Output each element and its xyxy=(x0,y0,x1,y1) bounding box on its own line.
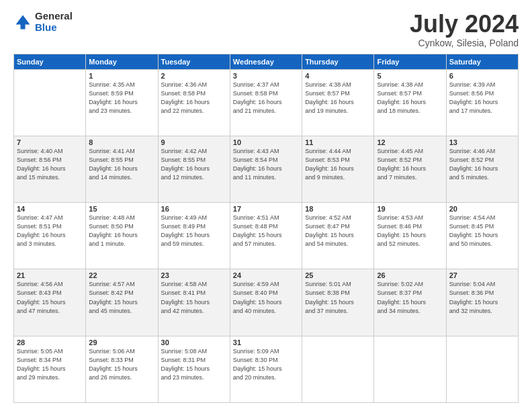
svg-marker-0 xyxy=(16,15,30,29)
day-number: 23 xyxy=(161,271,227,279)
col-tuesday: Tuesday xyxy=(158,54,230,69)
day-info: Sunrise: 4:46 AM Sunset: 8:52 PM Dayligh… xyxy=(449,147,515,182)
logo-general: General xyxy=(35,11,73,22)
calendar-cell xyxy=(302,336,374,402)
calendar-cell: 9Sunrise: 4:42 AM Sunset: 8:55 PM Daylig… xyxy=(158,136,230,202)
calendar: Sunday Monday Tuesday Wednesday Thursday… xyxy=(13,54,519,403)
calendar-cell: 27Sunrise: 5:04 AM Sunset: 8:36 PM Dayli… xyxy=(446,269,518,336)
col-monday: Monday xyxy=(86,54,158,69)
day-number: 18 xyxy=(305,205,371,213)
day-number: 12 xyxy=(377,138,443,146)
day-info: Sunrise: 5:02 AM Sunset: 8:37 PM Dayligh… xyxy=(377,280,443,315)
day-info: Sunrise: 4:47 AM Sunset: 8:51 PM Dayligh… xyxy=(17,214,83,248)
calendar-cell: 30Sunrise: 5:08 AM Sunset: 8:31 PM Dayli… xyxy=(158,336,230,402)
day-number: 8 xyxy=(89,138,154,146)
calendar-cell: 11Sunrise: 4:44 AM Sunset: 8:53 PM Dayli… xyxy=(302,136,374,202)
calendar-week-row: 14Sunrise: 4:47 AM Sunset: 8:51 PM Dayli… xyxy=(14,203,519,269)
day-info: Sunrise: 4:43 AM Sunset: 8:54 PM Dayligh… xyxy=(233,147,299,182)
day-info: Sunrise: 4:59 AM Sunset: 8:40 PM Dayligh… xyxy=(233,280,299,315)
calendar-cell: 25Sunrise: 5:01 AM Sunset: 8:38 PM Dayli… xyxy=(302,269,374,336)
calendar-cell xyxy=(446,336,518,402)
day-info: Sunrise: 4:57 AM Sunset: 8:42 PM Dayligh… xyxy=(89,280,154,315)
calendar-cell: 23Sunrise: 4:58 AM Sunset: 8:41 PM Dayli… xyxy=(158,269,230,336)
day-info: Sunrise: 4:45 AM Sunset: 8:52 PM Dayligh… xyxy=(377,147,443,182)
calendar-cell: 5Sunrise: 4:38 AM Sunset: 8:57 PM Daylig… xyxy=(374,69,446,136)
day-info: Sunrise: 5:09 AM Sunset: 8:30 PM Dayligh… xyxy=(233,347,299,382)
col-thursday: Thursday xyxy=(302,54,374,69)
day-info: Sunrise: 4:49 AM Sunset: 8:49 PM Dayligh… xyxy=(161,214,227,248)
col-sunday: Sunday xyxy=(14,54,86,69)
day-info: Sunrise: 4:53 AM Sunset: 8:46 PM Dayligh… xyxy=(377,214,443,248)
day-info: Sunrise: 5:06 AM Sunset: 8:33 PM Dayligh… xyxy=(89,347,154,382)
day-info: Sunrise: 4:44 AM Sunset: 8:53 PM Dayligh… xyxy=(305,147,371,182)
day-number: 4 xyxy=(305,72,371,80)
day-info: Sunrise: 4:38 AM Sunset: 8:57 PM Dayligh… xyxy=(377,81,443,116)
day-info: Sunrise: 5:08 AM Sunset: 8:31 PM Dayligh… xyxy=(161,347,227,382)
calendar-cell: 18Sunrise: 4:52 AM Sunset: 8:47 PM Dayli… xyxy=(302,203,374,269)
title-block: July 2024 Cynkow, Silesia, Poland xyxy=(410,11,519,48)
col-wednesday: Wednesday xyxy=(230,54,302,69)
day-number: 11 xyxy=(305,138,371,146)
day-number: 3 xyxy=(233,72,299,80)
calendar-cell: 2Sunrise: 4:36 AM Sunset: 8:58 PM Daylig… xyxy=(158,69,230,136)
day-info: Sunrise: 4:54 AM Sunset: 8:45 PM Dayligh… xyxy=(449,214,515,248)
calendar-cell: 24Sunrise: 4:59 AM Sunset: 8:40 PM Dayli… xyxy=(230,269,302,336)
day-info: Sunrise: 5:04 AM Sunset: 8:36 PM Dayligh… xyxy=(449,280,515,315)
day-info: Sunrise: 5:05 AM Sunset: 8:34 PM Dayligh… xyxy=(17,347,83,382)
calendar-week-row: 1Sunrise: 4:35 AM Sunset: 8:59 PM Daylig… xyxy=(14,69,519,136)
page: General Blue July 2024 Cynkow, Silesia, … xyxy=(0,0,532,411)
calendar-cell: 22Sunrise: 4:57 AM Sunset: 8:42 PM Dayli… xyxy=(86,269,158,336)
logo-blue: Blue xyxy=(35,22,73,34)
day-number: 2 xyxy=(161,72,227,80)
logo: General Blue xyxy=(13,11,73,33)
calendar-week-row: 28Sunrise: 5:05 AM Sunset: 8:34 PM Dayli… xyxy=(14,336,519,402)
day-info: Sunrise: 4:36 AM Sunset: 8:58 PM Dayligh… xyxy=(161,81,227,116)
day-number: 28 xyxy=(17,338,83,347)
day-number: 7 xyxy=(17,138,83,146)
calendar-cell: 10Sunrise: 4:43 AM Sunset: 8:54 PM Dayli… xyxy=(230,136,302,202)
day-number: 19 xyxy=(377,205,443,213)
day-info: Sunrise: 4:58 AM Sunset: 8:41 PM Dayligh… xyxy=(161,280,227,315)
day-info: Sunrise: 4:56 AM Sunset: 8:43 PM Dayligh… xyxy=(17,280,83,315)
day-number: 20 xyxy=(449,205,515,213)
calendar-week-row: 21Sunrise: 4:56 AM Sunset: 8:43 PM Dayli… xyxy=(14,269,519,336)
day-number: 9 xyxy=(161,138,227,146)
day-info: Sunrise: 4:48 AM Sunset: 8:50 PM Dayligh… xyxy=(89,214,154,248)
day-info: Sunrise: 4:38 AM Sunset: 8:57 PM Dayligh… xyxy=(305,81,371,116)
calendar-cell: 13Sunrise: 4:46 AM Sunset: 8:52 PM Dayli… xyxy=(446,136,518,202)
main-title: July 2024 xyxy=(410,11,519,38)
day-number: 14 xyxy=(17,205,83,213)
day-number: 17 xyxy=(233,205,299,213)
header: General Blue July 2024 Cynkow, Silesia, … xyxy=(13,11,519,48)
calendar-cell: 3Sunrise: 4:37 AM Sunset: 8:58 PM Daylig… xyxy=(230,69,302,136)
calendar-header-row: Sunday Monday Tuesday Wednesday Thursday… xyxy=(14,54,519,69)
calendar-cell xyxy=(14,69,86,136)
day-number: 15 xyxy=(89,205,154,213)
calendar-cell: 14Sunrise: 4:47 AM Sunset: 8:51 PM Dayli… xyxy=(14,203,86,269)
day-number: 13 xyxy=(449,138,515,146)
day-info: Sunrise: 4:42 AM Sunset: 8:55 PM Dayligh… xyxy=(161,147,227,182)
calendar-cell: 6Sunrise: 4:39 AM Sunset: 8:56 PM Daylig… xyxy=(446,69,518,136)
day-info: Sunrise: 4:40 AM Sunset: 8:56 PM Dayligh… xyxy=(17,147,83,182)
calendar-cell xyxy=(374,336,446,402)
day-number: 31 xyxy=(233,338,299,347)
day-number: 26 xyxy=(377,271,443,279)
calendar-cell: 1Sunrise: 4:35 AM Sunset: 8:59 PM Daylig… xyxy=(86,69,158,136)
day-number: 30 xyxy=(161,338,227,347)
calendar-cell: 26Sunrise: 5:02 AM Sunset: 8:37 PM Dayli… xyxy=(374,269,446,336)
calendar-cell: 15Sunrise: 4:48 AM Sunset: 8:50 PM Dayli… xyxy=(86,203,158,269)
calendar-cell: 16Sunrise: 4:49 AM Sunset: 8:49 PM Dayli… xyxy=(158,203,230,269)
calendar-cell: 17Sunrise: 4:51 AM Sunset: 8:48 PM Dayli… xyxy=(230,203,302,269)
calendar-cell: 31Sunrise: 5:09 AM Sunset: 8:30 PM Dayli… xyxy=(230,336,302,402)
logo-text: General Blue xyxy=(35,11,73,33)
col-saturday: Saturday xyxy=(446,54,518,69)
calendar-cell: 8Sunrise: 4:41 AM Sunset: 8:55 PM Daylig… xyxy=(86,136,158,202)
day-number: 21 xyxy=(17,271,83,279)
calendar-cell: 7Sunrise: 4:40 AM Sunset: 8:56 PM Daylig… xyxy=(14,136,86,202)
day-info: Sunrise: 5:01 AM Sunset: 8:38 PM Dayligh… xyxy=(305,280,371,315)
day-info: Sunrise: 4:51 AM Sunset: 8:48 PM Dayligh… xyxy=(233,214,299,248)
calendar-cell: 28Sunrise: 5:05 AM Sunset: 8:34 PM Dayli… xyxy=(14,336,86,402)
day-number: 6 xyxy=(449,72,515,80)
day-number: 1 xyxy=(89,72,154,80)
calendar-cell: 20Sunrise: 4:54 AM Sunset: 8:45 PM Dayli… xyxy=(446,203,518,269)
